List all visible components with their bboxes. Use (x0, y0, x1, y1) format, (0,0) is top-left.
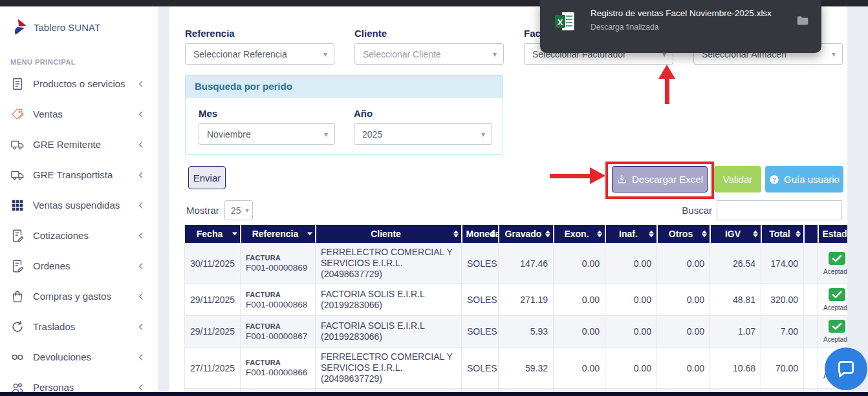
column-header-gravado[interactable]: Gravado (499, 225, 554, 243)
cell-referencia: FACTURAF001-00000868 (241, 284, 316, 316)
sort-desc-icon (232, 233, 237, 236)
cell-total: 7.00 (761, 316, 804, 348)
cell-igv: 48.81 (710, 284, 761, 316)
sidebar-item-label: Ventas (33, 109, 136, 120)
sort-both-icon (545, 231, 550, 238)
cell-estado: Aceptada (818, 316, 848, 348)
sidebar-item-label: Cotizaciones (33, 230, 136, 241)
column-header-igv[interactable]: IGV (710, 225, 761, 243)
svg-text:X: X (558, 17, 563, 27)
column-header-inaf-[interactable]: Inaf. (605, 225, 657, 243)
cell-inaf: 0.00 (605, 284, 657, 316)
chat-widget-button[interactable] (825, 348, 867, 390)
table-row[interactable]: 30/11/2025FACTURAF001-00000869FERRELECTR… (185, 243, 848, 284)
accepted-check-icon[interactable] (829, 293, 845, 303)
sidebar-item-gre-remitente[interactable]: GRE Remitente (0, 129, 158, 160)
cell-fecha: 29/11/2025 (185, 284, 241, 316)
cell-inaf: 0.00 (605, 348, 657, 389)
column-header-otros[interactable]: Otros (657, 225, 710, 243)
page-size-select[interactable]: 25 (224, 200, 253, 220)
chevron-left-icon (136, 110, 146, 119)
ano-select[interactable]: 2025 (354, 123, 492, 145)
sidebar-item-label: GRE Transportista (33, 169, 136, 180)
referencia-label: Referencia (185, 28, 235, 39)
tags-icon (10, 107, 25, 121)
column-header-exon-[interactable]: Exon. (554, 225, 605, 243)
cell-otros: 0.00 (657, 316, 710, 348)
cell-gravado: 147.46 (499, 243, 554, 284)
sidebar-item-label: Personas (33, 382, 136, 393)
search-input[interactable] (717, 200, 842, 220)
cell-cliente: FERRELECTRO COMERCIAL Y SERVICIOS E.I.R.… (316, 348, 462, 389)
column-header-moneda[interactable]: Moneda (462, 225, 499, 243)
table-row[interactable]: 29/11/2025FACTURAF001-00000868FACTORIA S… (185, 284, 848, 316)
chevron-left-icon (136, 383, 146, 392)
sidebar-item-productos-o-servicios[interactable]: Productos o servicios (0, 68, 158, 99)
cell-total: 174.00 (761, 243, 804, 284)
cell-igv: 10.68 (710, 348, 761, 389)
sidebar: Tablero SUNAT MENU PRINCIPAL Productos o… (0, 6, 159, 392)
column-header-cliente[interactable]: Cliente (316, 225, 462, 243)
sidebar-item-compras-y-gastos[interactable]: Compras y gastos (0, 281, 158, 311)
sort-both-icon (490, 231, 495, 238)
table-row[interactable]: 29/11/2025FACTURAF001-00000867FACTORIA S… (185, 316, 848, 348)
sidebar-item-gre-transportista[interactable]: GRE Transportista (0, 160, 158, 190)
sidebar-nav: Productos o serviciosVentasGRE Remitente… (0, 68, 158, 396)
question-icon: ? (769, 174, 779, 185)
column-header-fecha[interactable]: Fecha (185, 225, 241, 243)
cell-igv: 26.54 (710, 243, 761, 284)
referencia-select[interactable]: Seleccionar Referencia (185, 43, 334, 65)
sort-both-icon (796, 231, 801, 238)
sidebar-item-cotizaciones[interactable]: Cotizaciones (0, 220, 158, 251)
table-row[interactable]: 27/11/2025FACTURAF001-00000866FERRELECTR… (185, 348, 848, 389)
validar-button[interactable]: Validar (714, 166, 761, 193)
main-content: Referencia Seleccionar Referencia Client… (169, 6, 847, 396)
cell-otros: 0.00 (657, 284, 710, 316)
accepted-check-icon[interactable] (829, 324, 845, 335)
download-filename: Registro de ventas Facel Noviembre-2025.… (591, 8, 796, 18)
column-header-spacer (804, 225, 818, 243)
sidebar-item-traslados[interactable]: Traslados (0, 311, 158, 342)
status-badge-label: Aceptada (823, 268, 847, 275)
app-screen: Tablero SUNAT MENU PRINCIPAL Productos o… (0, 0, 868, 396)
document-edit-icon (10, 259, 25, 273)
sidebar-item-ordenes[interactable]: Ordenes (0, 251, 158, 281)
sidebar-item-devoluciones[interactable]: Devoluciones (0, 342, 158, 372)
enviar-button[interactable]: Enviar (188, 166, 226, 189)
cliente-select[interactable]: Seleccionar Cliente (354, 43, 504, 65)
cell-estado: Aceptada (818, 243, 848, 284)
cell-referencia: FACTURAF001-00000867 (241, 316, 316, 348)
cell-gravado: 59.32 (499, 348, 554, 389)
app-logo[interactable]: Tablero SUNAT (0, 6, 158, 40)
folder-icon[interactable] (796, 14, 810, 28)
cell-igv: 1.07 (710, 316, 761, 348)
grid-icon (10, 198, 25, 213)
sidebar-item-label: Ventas suspendidas (33, 200, 136, 211)
sidebar-item-ventas-suspendidas[interactable]: Ventas suspendidas (0, 190, 158, 220)
sidebar-item-label: GRE Remitente (33, 139, 136, 150)
chat-bubble-icon (835, 358, 857, 380)
cell-inaf: 0.00 (605, 243, 657, 284)
svg-text:?: ? (772, 176, 776, 183)
sidebar-item-ventas[interactable]: Ventas (0, 99, 158, 129)
cell-cliente: FACTORIA SOLIS E.I.R.L (20199283066) (316, 316, 462, 348)
cell-cliente: FACTORIA SOLIS E.I.R.L (20199283066) (316, 284, 462, 316)
status-badge-label: Aceptada (823, 304, 847, 311)
cell-fecha: 30/11/2025 (185, 243, 241, 284)
excel-file-icon: X (553, 10, 576, 33)
column-header-total[interactable]: Total (761, 225, 804, 243)
accepted-check-icon[interactable] (829, 256, 845, 267)
download-notification[interactable]: X Registro de ventas Facel Noviembre-202… (540, 0, 821, 53)
column-header-estado[interactable]: Estado (818, 225, 848, 243)
search-control: Buscar (682, 200, 842, 220)
cell-gravado: 5.93 (499, 316, 554, 348)
chevron-left-icon (136, 353, 146, 362)
chevron-left-icon (136, 171, 146, 180)
mes-select[interactable]: Noviembre (199, 123, 335, 145)
sort-both-icon (753, 231, 758, 238)
sort-both-icon (649, 231, 654, 238)
cell-fecha: 27/11/2025 (185, 348, 241, 389)
guia-usuario-button[interactable]: ? Guía usuario (765, 166, 843, 193)
sunat-logo-icon (9, 18, 27, 36)
column-header-referencia[interactable]: Referencia (241, 225, 316, 243)
